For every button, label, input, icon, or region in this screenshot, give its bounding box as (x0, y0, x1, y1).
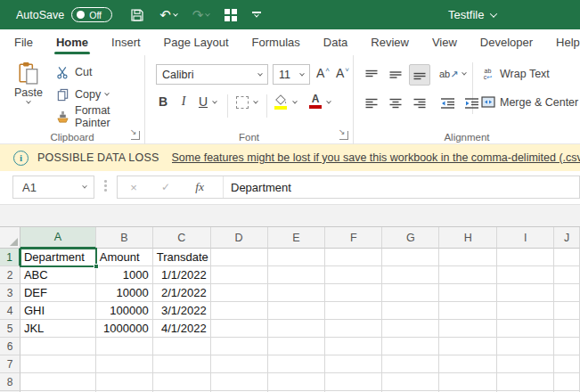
cell-C1[interactable]: Transdate (153, 249, 211, 266)
cell-I8[interactable] (497, 373, 554, 391)
cell-B1[interactable]: Amount (96, 249, 153, 266)
cell-D8[interactable] (211, 373, 268, 391)
align-center-button[interactable] (385, 93, 406, 114)
increase-font-size-button[interactable]: A˄ (316, 66, 330, 80)
cell-F2[interactable] (325, 266, 382, 284)
autosave-pill[interactable]: Off (71, 7, 112, 22)
align-left-button[interactable] (361, 93, 382, 114)
tab-file[interactable]: File (14, 29, 33, 55)
row-header-5[interactable]: 5 (0, 320, 20, 338)
cell-G2[interactable] (382, 266, 439, 284)
column-header-I[interactable]: I (497, 227, 554, 249)
font-name-combo[interactable]: Calibri (156, 64, 268, 85)
borders-button[interactable] (236, 96, 249, 109)
column-header-G[interactable]: G (382, 227, 439, 249)
column-header-E[interactable]: E (268, 227, 326, 249)
cell-A3[interactable]: DEF (20, 284, 96, 302)
cell-H4[interactable] (439, 302, 497, 320)
cell-H8[interactable] (439, 373, 497, 391)
cell-B7[interactable] (96, 355, 153, 373)
cell-H5[interactable] (439, 320, 497, 338)
cell-G3[interactable] (382, 284, 439, 302)
column-header-J[interactable]: J (554, 227, 580, 249)
orientation-button[interactable]: ab↗ (439, 64, 466, 84)
clipboard-dialog-launcher[interactable] (131, 131, 140, 140)
chevron-down-icon[interactable] (326, 99, 331, 104)
italic-button[interactable]: I (177, 94, 190, 118)
chevron-down-icon[interactable] (212, 99, 217, 104)
cell-G7[interactable] (382, 355, 439, 373)
column-header-D[interactable]: D (211, 227, 268, 249)
cell-D7[interactable] (211, 355, 268, 373)
decrease-indent-button[interactable] (437, 93, 459, 114)
cell-D3[interactable] (211, 284, 268, 302)
cell-A8[interactable] (20, 373, 96, 391)
cell-J2[interactable] (554, 266, 580, 284)
middle-align-button[interactable] (385, 64, 406, 86)
select-all-button[interactable] (0, 227, 20, 249)
cell-F6[interactable] (325, 338, 382, 355)
tab-formulas[interactable]: Formulas (252, 29, 300, 55)
cell-B3[interactable]: 10000 (96, 284, 153, 302)
redo-button[interactable]: ↷ (192, 8, 210, 21)
font-color-button[interactable]: A (309, 94, 322, 109)
column-header-A[interactable]: A (20, 227, 96, 249)
cell-C6[interactable] (153, 338, 211, 355)
cell-G4[interactable] (382, 302, 439, 320)
tab-developer[interactable]: Developer (480, 29, 533, 55)
bold-button[interactable]: B (156, 94, 170, 118)
cell-E2[interactable] (268, 266, 326, 284)
name-box[interactable]: A1 (12, 176, 94, 199)
row-header-6[interactable]: 6 (0, 338, 20, 355)
cell-E3[interactable] (268, 284, 326, 302)
cell-B2[interactable]: 1000 (96, 266, 153, 284)
cell-I4[interactable] (497, 302, 554, 320)
cell-I7[interactable] (497, 355, 554, 373)
cell-A6[interactable] (20, 338, 96, 355)
cell-F8[interactable] (325, 373, 382, 391)
cell-F1[interactable] (325, 249, 382, 266)
cell-J8[interactable] (554, 373, 580, 391)
cell-I5[interactable] (497, 320, 554, 338)
decrease-font-size-button[interactable]: A˅ (336, 66, 349, 80)
cell-I1[interactable] (497, 249, 554, 266)
cell-B8[interactable] (96, 373, 153, 391)
cell-H7[interactable] (439, 355, 497, 373)
cell-F5[interactable] (325, 320, 382, 338)
wrap-text-button[interactable]: abc↩ Wrap Text (480, 66, 550, 81)
chevron-down-icon[interactable] (253, 99, 258, 104)
cell-G8[interactable] (382, 373, 439, 391)
bottom-align-button[interactable] (409, 64, 430, 86)
cell-I6[interactable] (497, 338, 554, 355)
insert-function-button[interactable]: fx (182, 180, 217, 194)
cell-G5[interactable] (382, 320, 439, 338)
cut-button[interactable]: Cut (55, 62, 92, 82)
cell-C5[interactable]: 4/1/2022 (153, 320, 211, 338)
row-header-2[interactable]: 2 (0, 266, 20, 284)
cell-H2[interactable] (439, 266, 497, 284)
font-dialog-launcher[interactable] (339, 131, 348, 140)
cell-A1[interactable]: Department (20, 249, 96, 266)
cell-C4[interactable]: 3/1/2022 (153, 302, 211, 320)
cell-D6[interactable] (211, 338, 268, 355)
cell-A5[interactable]: JKL (20, 320, 96, 338)
cell-C2[interactable]: 1/1/2022 (153, 266, 211, 284)
cell-J3[interactable] (554, 284, 580, 302)
column-header-C[interactable]: C (153, 227, 211, 249)
cell-H1[interactable] (439, 249, 497, 266)
cell-C3[interactable]: 2/1/2022 (153, 284, 211, 302)
cell-F4[interactable] (325, 302, 382, 320)
formula-bar-grip[interactable] (104, 180, 107, 192)
row-header-1[interactable]: 1 (0, 249, 20, 266)
customize-qat-button[interactable] (252, 12, 261, 18)
fill-color-button[interactable] (274, 94, 287, 110)
enter-icon[interactable]: ✓ (150, 181, 182, 193)
column-header-H[interactable]: H (439, 227, 497, 249)
underline-button[interactable]: U (197, 94, 209, 118)
cell-B5[interactable]: 1000000 (96, 320, 153, 338)
cell-H3[interactable] (439, 284, 497, 302)
merge-center-button[interactable]: Merge & Center (480, 94, 578, 110)
cell-F7[interactable] (325, 355, 382, 373)
cell-C8[interactable] (153, 373, 211, 391)
touch-mouse-mode-button[interactable] (225, 9, 237, 21)
